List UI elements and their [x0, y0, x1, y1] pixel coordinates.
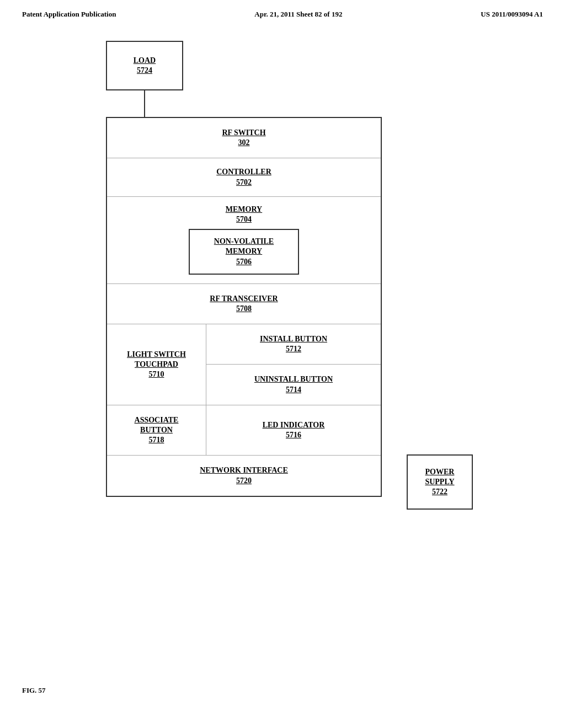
diagram-area: LOAD 5724 RF SWITCH 302 CONTROLLER 5702 …: [89, 41, 476, 647]
light-switch-cell: LIGHT SWITCH TOUCHPAD 5710: [107, 324, 206, 405]
install-button-cell: INSTALL BUTTON 5712: [206, 324, 381, 365]
connector-load: [144, 90, 145, 117]
install-button-label: INSTALL BUTTON 5712: [212, 334, 375, 354]
network-interface-label: NETWORK INTERFACE 5720: [113, 465, 375, 485]
memory-section: MEMORY 5704 NON-VOLATILE MEMORY 5706: [107, 197, 381, 284]
nvm-box: NON-VOLATILE MEMORY 5706: [189, 229, 299, 275]
light-switch-label: LIGHT SWITCH TOUCHPAD 5710: [127, 350, 186, 380]
power-supply-box: POWER SUPPLY 5722: [407, 454, 473, 510]
assoc-led-row: ASSOCIATE BUTTON 5718 LED INDICATOR 5716: [107, 405, 381, 456]
power-supply-label: POWER SUPPLY 5722: [425, 467, 454, 497]
assoc-button-label: ASSOCIATE BUTTON 5718: [135, 415, 179, 446]
uninstall-button-cell: UNINSTALL BUTTON 5714: [206, 365, 381, 404]
switch-buttons-row: LIGHT SWITCH TOUCHPAD 5710 INSTALL BUTTO…: [107, 324, 381, 405]
controller-section: CONTROLLER 5702: [107, 158, 381, 196]
memory-label: MEMORY 5704: [113, 205, 375, 224]
header-right: US 2011/0093094 A1: [481, 10, 543, 19]
fig-label: FIG. 57: [22, 685, 46, 695]
nvm-label: NON-VOLATILE MEMORY 5706: [195, 237, 292, 267]
assoc-button-cell: ASSOCIATE BUTTON 5718: [107, 405, 206, 456]
rf-switch-label: RF SWITCH 302: [113, 128, 375, 148]
buttons-cell: INSTALL BUTTON 5712 UNINSTALL BUTTON 571…: [206, 324, 381, 405]
controller-label: CONTROLLER 5702: [113, 167, 375, 187]
load-box: LOAD 5724: [106, 41, 183, 90]
load-label: LOAD 5724: [134, 56, 156, 76]
page-header: Patent Application Publication Apr. 21, …: [0, 0, 565, 24]
uninstall-button-label: UNINSTALL BUTTON 5714: [212, 374, 375, 394]
network-interface-section: NETWORK INTERFACE 5720: [107, 456, 381, 495]
led-indicator-label: LED INDICATOR 5716: [263, 420, 325, 440]
header-left: Patent Application Publication: [22, 10, 116, 19]
led-indicator-cell: LED INDICATOR 5716: [206, 405, 381, 456]
header-middle: Apr. 21, 2011 Sheet 82 of 192: [254, 10, 342, 19]
rf-transceiver-label: RF TRANSCEIVER 5708: [113, 294, 375, 314]
rf-transceiver-section: RF TRANSCEIVER 5708: [107, 284, 381, 324]
main-box: RF SWITCH 302 CONTROLLER 5702 MEMORY 570…: [106, 117, 382, 497]
rf-switch-section: RF SWITCH 302: [107, 118, 381, 158]
